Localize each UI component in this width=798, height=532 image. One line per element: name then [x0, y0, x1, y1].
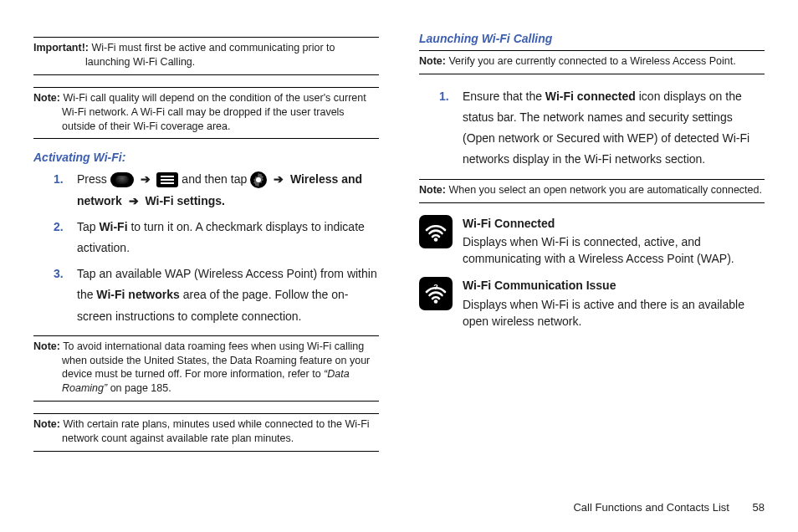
note-label: Note:: [33, 92, 60, 104]
wifi-issue-icon: ?: [419, 277, 453, 310]
note-quality-box: Note: Wi-Fi call quality will depend on …: [33, 87, 379, 140]
svg-point-1: [434, 238, 438, 242]
note-open-box: Note: When you select an open network yo…: [419, 179, 765, 203]
wifi-connected-icon: [419, 215, 453, 248]
note-verify-text: Verify you are currently connected to a …: [448, 55, 735, 67]
step-3: Tap an available WAP (Wireless Access Po…: [54, 263, 379, 327]
page-footer: Call Functions and Contacts List 58: [33, 501, 765, 514]
note-label: Note:: [33, 418, 60, 430]
status-wifi-issue-row: ? Wi-Fi Communication Issue Displays whe…: [419, 277, 765, 330]
launching-wifi-heading: Launching Wi-Fi Calling: [419, 32, 765, 45]
home-button-icon: [110, 172, 134, 187]
note-quality-text: Wi-Fi call quality will depend on the co…: [62, 92, 366, 132]
manual-page: Important!: Wi-Fi must first be active a…: [0, 0, 798, 532]
arrow-icon: ➔: [274, 169, 284, 190]
launching-steps: Ensure that the Wi-Fi connected icon dis…: [419, 86, 765, 171]
step-2: Tap Wi-Fi to turn it on. A checkmark dis…: [54, 217, 379, 258]
important-text: Wi-Fi must first be active and communica…: [85, 42, 335, 68]
svg-text:?: ?: [433, 283, 438, 291]
note-verify-box: Note: Verify you are currently connected…: [419, 50, 765, 74]
note-open-text: When you select an open network you are …: [448, 184, 762, 196]
step2-a: Tap: [77, 220, 99, 233]
status-issue-title: Wi-Fi Communication Issue: [463, 277, 765, 294]
note-minutes-text: With certain rate plans, minutes used wh…: [62, 418, 370, 444]
note-roaming-b: on page 185.: [107, 382, 171, 394]
footer-section: Call Functions and Contacts List: [573, 501, 729, 514]
step3-b: Wi-Fi networks: [96, 288, 179, 301]
important-note-box: Important!: Wi-Fi must first be active a…: [33, 37, 379, 75]
status-connected-desc: Displays when Wi-Fi is connected, active…: [463, 235, 734, 265]
left-column: Important!: Wi-Fi must first be active a…: [33, 32, 379, 496]
status-wifi-connected-row: Wi-Fi Connected Displays when Wi-Fi is c…: [419, 215, 765, 268]
lstep1-a: Ensure that the: [463, 90, 545, 103]
important-label: Important!:: [33, 42, 89, 54]
launch-step-1: Ensure that the Wi-Fi connected icon dis…: [439, 86, 765, 171]
step1-andthentap: and then tap: [182, 172, 250, 186]
lstep1-b: Wi-Fi connected: [545, 90, 636, 103]
step1-press: Press: [77, 172, 110, 186]
note-minutes-box: Note: With certain rate plans, minutes u…: [33, 413, 379, 452]
activating-wifi-heading: Activating Wi-Fi:: [33, 151, 379, 164]
svg-point-2: [434, 300, 438, 304]
arrow-icon: ➔: [141, 169, 151, 190]
status-wifi-issue-text: Wi-Fi Communication Issue Displays when …: [463, 277, 765, 330]
menu-icon: [156, 172, 178, 187]
note-label: Note:: [419, 55, 446, 67]
two-column-layout: Important!: Wi-Fi must first be active a…: [33, 32, 765, 496]
status-issue-desc: Displays when Wi-Fi is active and there …: [463, 298, 744, 328]
step2-b: Wi-Fi: [99, 220, 127, 233]
arrow-icon: ➔: [129, 191, 139, 212]
settings-icon: [250, 171, 267, 188]
activating-steps: Press ➔ and then tap ➔ Wireless and netw…: [33, 169, 379, 326]
step1-wifi-settings: Wi-Fi settings.: [145, 194, 225, 207]
footer-page-number: 58: [753, 501, 765, 514]
right-column: Launching Wi-Fi Calling Note: Verify you…: [419, 32, 765, 496]
status-wifi-connected-text: Wi-Fi Connected Displays when Wi-Fi is c…: [463, 215, 765, 268]
note-roaming-box: Note: To avoid international data roamin…: [33, 335, 379, 402]
status-connected-title: Wi-Fi Connected: [463, 215, 765, 232]
note-label: Note:: [33, 340, 60, 352]
note-label: Note:: [419, 184, 446, 196]
step-1: Press ➔ and then tap ➔ Wireless and netw…: [54, 169, 379, 211]
